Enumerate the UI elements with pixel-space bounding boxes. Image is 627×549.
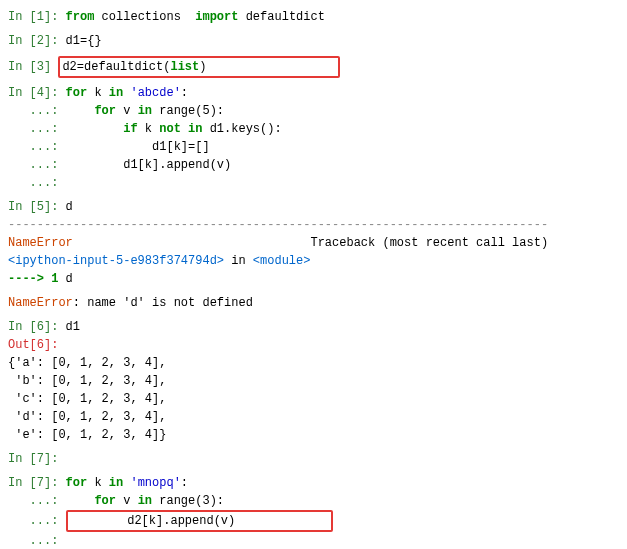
- prompt-in: In [5]:: [8, 200, 66, 214]
- prompt-in: In [3]: [8, 60, 58, 74]
- prompt-cont: ...:: [8, 514, 66, 528]
- cell-in-5: In [5]: d: [8, 198, 619, 216]
- traceback-header: NameError Traceback (most recent call la…: [8, 234, 619, 252]
- string-literal: 'mnopq': [123, 476, 181, 490]
- cell-in-7-l2: ...: for v in range(3):: [8, 492, 619, 510]
- cell-in-7-l3: ...: d2[k].append(v): [8, 510, 619, 532]
- colon: :: [181, 476, 188, 490]
- prompt-cont: ...:: [8, 494, 66, 508]
- prompt-in: In [1]:: [8, 10, 66, 24]
- prompt-in: In [4]:: [8, 86, 66, 100]
- kw-in: in: [138, 104, 152, 118]
- prompt-cont: ...:: [8, 104, 66, 118]
- kw-in: in: [109, 476, 123, 490]
- kw-not-in: not in: [159, 122, 202, 136]
- error-name: NameError: [8, 296, 73, 310]
- error-text: : name 'd' is not defined: [73, 296, 253, 310]
- traceback-message: NameError: name 'd' is not defined: [8, 294, 619, 312]
- traceback-arrow: ----> 1 d: [8, 270, 619, 288]
- pad: [66, 140, 152, 154]
- kw-for: for: [66, 476, 88, 490]
- code: d1={}: [66, 34, 102, 48]
- pad: [66, 122, 124, 136]
- cell-in-4-l3: ...: if k not in d1.keys():: [8, 120, 619, 138]
- arrow-code: d: [66, 272, 73, 286]
- prompt-cont: ...:: [8, 176, 66, 190]
- cell-in-4-l4: ...: d1[k]=[]: [8, 138, 619, 156]
- cell-in-1: In [1]: from collections import defaultd…: [8, 8, 619, 26]
- cell-in-7a: In [7]:: [8, 450, 619, 468]
- highlight-box: d2=defaultdict(list): [58, 56, 340, 78]
- var: k: [138, 122, 160, 136]
- prompt-cont: ...:: [8, 534, 66, 548]
- kw-import: import: [195, 10, 238, 24]
- cell-in-2: In [2]: d1={}: [8, 32, 619, 50]
- prompt-cont: ...:: [8, 158, 66, 172]
- import-item: defaultdict: [238, 10, 324, 24]
- traceback-label: Traceback (most recent call last): [73, 236, 548, 250]
- code-arg: list: [170, 60, 199, 74]
- cell-in-3: In [3] d2=defaultdict(list): [8, 56, 619, 78]
- prompt-out: Out[6]:: [8, 338, 58, 352]
- pad: [70, 514, 128, 528]
- prompt-in: In [6]:: [8, 320, 66, 334]
- var: v: [116, 494, 138, 508]
- code: d: [66, 200, 73, 214]
- kw-for: for: [94, 494, 116, 508]
- prompt-in: In [7]:: [8, 452, 58, 466]
- code: d1: [66, 320, 80, 334]
- code: d1[k]=[]: [152, 140, 210, 154]
- highlight-box: d2[k].append(v): [66, 510, 333, 532]
- pad: [66, 158, 124, 172]
- var: v: [116, 104, 138, 118]
- out6-l2: 'b': [0, 1, 2, 3, 4],: [8, 372, 619, 390]
- code: d1[k].append(v): [123, 158, 231, 172]
- traceback-separator: ----------------------------------------…: [8, 216, 619, 234]
- out6-l4: 'd': [0, 1, 2, 3, 4],: [8, 408, 619, 426]
- pad: [66, 104, 95, 118]
- call: d1.keys():: [202, 122, 281, 136]
- input-ref: <ipython-input-5-e983f374794d>: [8, 254, 224, 268]
- kw-in: in: [138, 494, 152, 508]
- cell-out-6-prompt: Out[6]:: [8, 336, 619, 354]
- kw-from: from: [66, 10, 95, 24]
- prompt-cont: ...:: [8, 122, 66, 136]
- var: k: [87, 86, 109, 100]
- out6-l3: 'c': [0, 1, 2, 3, 4],: [8, 390, 619, 408]
- traceback-location: <ipython-input-5-e983f374794d> in <modul…: [8, 252, 619, 270]
- out6-l1: {'a': [0, 1, 2, 3, 4],: [8, 354, 619, 372]
- out6-l5: 'e': [0, 1, 2, 3, 4]}: [8, 426, 619, 444]
- cell-in-7-l4: ...:: [8, 532, 619, 549]
- cell-in-4-l6: ...:: [8, 174, 619, 192]
- cell-in-7-l1: In [7]: for k in 'mnopq':: [8, 474, 619, 492]
- kw-for: for: [66, 86, 88, 100]
- colon: :: [181, 86, 188, 100]
- arrow: ----> 1: [8, 272, 66, 286]
- module-ref: <module>: [253, 254, 311, 268]
- code-post: ): [199, 60, 206, 74]
- call: range(5):: [152, 104, 224, 118]
- prompt-cont: ...:: [8, 140, 66, 154]
- call: range(3):: [152, 494, 224, 508]
- error-name: NameError: [8, 236, 73, 250]
- loc-mid: in: [224, 254, 253, 268]
- cell-in-4-l2: ...: for v in range(5):: [8, 102, 619, 120]
- code: d2[k].append(v): [127, 514, 235, 528]
- var: k: [87, 476, 109, 490]
- cell-in-4-l1: In [4]: for k in 'abcde':: [8, 84, 619, 102]
- prompt-in: In [7]:: [8, 476, 66, 490]
- kw-for: for: [94, 104, 116, 118]
- kw-if: if: [123, 122, 137, 136]
- cell-in-4-l5: ...: d1[k].append(v): [8, 156, 619, 174]
- code-pre: d2=defaultdict(: [62, 60, 170, 74]
- module-name: collections: [94, 10, 195, 24]
- pad: [66, 494, 95, 508]
- string-literal: 'abcde': [123, 86, 181, 100]
- kw-in: in: [109, 86, 123, 100]
- cell-in-6: In [6]: d1: [8, 318, 619, 336]
- prompt-in: In [2]:: [8, 34, 66, 48]
